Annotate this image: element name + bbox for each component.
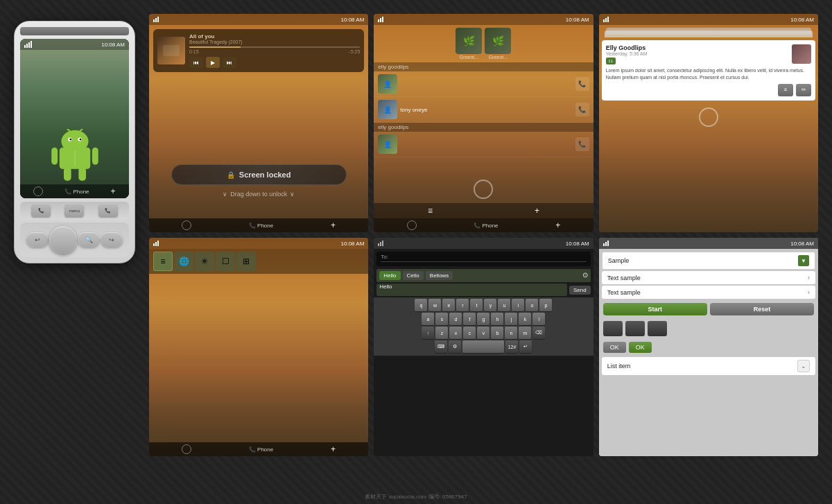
ss2-dock-circle[interactable] — [407, 220, 417, 230]
key-n[interactable]: n — [505, 327, 517, 339]
dock-plus-button[interactable]: + — [110, 186, 115, 196]
contact-call-2[interactable]: 📞 — [575, 137, 589, 151]
key-enter[interactable]: ↵ — [519, 340, 532, 353]
key-j[interactable]: j — [505, 313, 517, 325]
drawer-tab-bars[interactable]: ≡ — [153, 252, 173, 271]
drawer-tab-star[interactable]: ✳ — [195, 252, 214, 271]
drawer-tab-globe[interactable]: 🌐 — [174, 252, 193, 271]
next-button[interactable]: ⏭ — [223, 57, 236, 68]
ok-button-dark[interactable]: OK — [603, 342, 626, 353]
to-field[interactable]: To: — [381, 254, 586, 262]
key-i[interactable]: i — [512, 299, 524, 311]
phone-home-button[interactable] — [49, 226, 77, 254]
key-k[interactable]: k — [519, 313, 531, 325]
key-space[interactable] — [462, 340, 504, 353]
bar1 — [24, 45, 26, 48]
drag-unlock-text: ∨ Drag down to unlock ∨ — [223, 191, 295, 198]
key-c[interactable]: c — [463, 327, 476, 339]
suggestion-cello[interactable]: Cello — [403, 271, 424, 280]
list-item-dropdown[interactable]: ⌄ — [797, 360, 810, 372]
ss2-menu-icon[interactable]: ≡ — [428, 206, 433, 216]
key-keyboard-icon[interactable]: ⌨ — [435, 340, 447, 353]
ss5-time: 10:08 AM — [566, 241, 589, 247]
phone-back-button[interactable]: ↩ — [26, 232, 49, 247]
suggestions-expand-button[interactable]: ⊙ — [582, 271, 588, 280]
ss1-phone-icon: 📞 — [249, 223, 256, 229]
ss1-plus-icon[interactable]: + — [331, 220, 336, 230]
key-m[interactable]: m — [519, 327, 531, 339]
svg-line-7 — [80, 129, 83, 132]
ok-button-green[interactable]: OK — [629, 342, 652, 353]
key-y[interactable]: y — [484, 299, 496, 311]
suggestion-bellows[interactable]: Bellows — [426, 271, 453, 280]
radio-circle[interactable] — [474, 180, 493, 199]
phone-call-button[interactable]: 📞 — [31, 205, 51, 217]
stacked-cards — [603, 28, 814, 37]
key-backspace[interactable]: ⌫ — [532, 327, 545, 339]
ss4-plus-icon[interactable]: + — [331, 444, 336, 454]
msg-edit-button[interactable]: ✏ — [796, 84, 811, 96]
key-f[interactable]: f — [463, 313, 476, 325]
ss2-plus-icon[interactable]: + — [555, 220, 560, 230]
ss3-radio-circle[interactable] — [699, 107, 718, 127]
dock-circle-icon[interactable] — [33, 186, 43, 196]
key-settings[interactable]: ⚙ — [449, 340, 461, 353]
key-s[interactable]: s — [435, 313, 448, 325]
app2[interactable]: 🌿 Greent... — [485, 28, 511, 60]
phone-forward-button[interactable]: ↪ — [101, 232, 123, 247]
app1[interactable]: 🌿 Greent... — [456, 28, 482, 60]
key-u[interactable]: u — [498, 299, 510, 311]
contact-row-tony[interactable]: 👤 tony oneye 📞 — [374, 97, 593, 123]
contact-name-tony: tony oneye — [400, 107, 572, 113]
key-b[interactable]: b — [491, 327, 503, 339]
ss4-phone-dock[interactable]: 📞 Phone — [249, 446, 273, 453]
key-o[interactable]: o — [526, 299, 538, 311]
settings-row-1[interactable]: Text sample › — [602, 271, 815, 284]
lock-bar[interactable]: 🔒 Screen locked — [171, 164, 347, 185]
msg-menu-button[interactable]: ≡ — [778, 84, 793, 96]
suggestion-hello[interactable]: Hello — [379, 271, 400, 280]
send-button[interactable]: Send — [569, 286, 591, 295]
key-p[interactable]: p — [539, 299, 552, 311]
key-q[interactable]: q — [415, 299, 427, 311]
key-t[interactable]: t — [470, 299, 483, 311]
contact-row-1[interactable]: 👤 📞 — [374, 71, 593, 97]
list-item-row[interactable]: List item ⌄ — [602, 357, 815, 375]
ss1-time: 10:08 AM — [341, 17, 365, 23]
phone-search-button[interactable]: 🔍 — [78, 232, 100, 247]
phone-end-button[interactable]: 📞 — [98, 205, 118, 217]
prev-button[interactable]: ⏮ — [189, 57, 203, 68]
settings-row-2[interactable]: Text sample › — [602, 286, 815, 299]
key-l[interactable]: l — [532, 313, 545, 325]
settings-sample-dropdown[interactable]: Sample ▼ — [602, 252, 815, 270]
key-a[interactable]: a — [422, 313, 434, 325]
play-button[interactable]: ▶ — [206, 57, 220, 68]
msg-count-badge: 11 — [606, 58, 616, 64]
key-shift[interactable]: ↑ — [422, 327, 434, 339]
key-r[interactable]: r — [456, 299, 469, 311]
contact-call-1[interactable]: 📞 — [575, 77, 589, 91]
ss2-phone-dock[interactable]: 📞 Phone — [474, 223, 498, 229]
contact-row-2[interactable]: 👤 📞 — [374, 132, 593, 157]
key-x[interactable]: x — [449, 327, 462, 339]
start-button[interactable]: Start — [603, 303, 707, 315]
ss1-dock-circle[interactable] — [182, 220, 191, 230]
key-g[interactable]: g — [477, 313, 489, 325]
dock-phone-item[interactable]: 📞 Phone — [64, 189, 89, 195]
drawer-tab-grid[interactable]: ⊞ — [236, 252, 256, 271]
key-123[interactable]: 12# — [505, 340, 518, 353]
ss2-add-icon[interactable]: + — [535, 206, 539, 216]
drawer-tab-screen[interactable]: ☐ — [216, 252, 235, 271]
phone-menu-label[interactable]: menu — [64, 205, 84, 217]
key-v[interactable]: v — [477, 327, 489, 339]
ss1-phone-dock[interactable]: 📞 Phone — [249, 223, 273, 229]
key-e[interactable]: e — [442, 299, 455, 311]
reset-button[interactable]: Reset — [710, 303, 814, 315]
key-z[interactable]: z — [435, 327, 448, 339]
key-w[interactable]: w — [428, 299, 441, 311]
contact-call-tony[interactable]: 📞 — [575, 103, 589, 116]
ss4-dock-circle[interactable] — [182, 444, 191, 454]
key-h[interactable]: h — [491, 313, 503, 325]
key-d[interactable]: d — [449, 313, 462, 325]
compose-input[interactable]: Hello — [376, 284, 567, 296]
